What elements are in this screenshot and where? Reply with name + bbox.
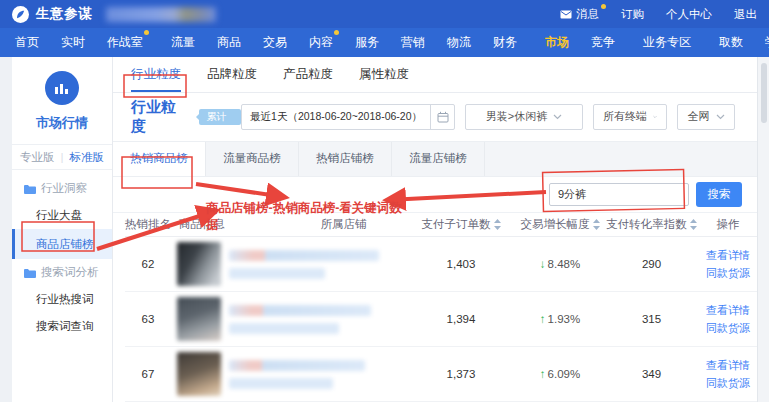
same-supply-link[interactable]: 同款货源 <box>706 266 750 281</box>
logo[interactable]: 生意参谋 <box>12 5 92 23</box>
nav-label: 内容 <box>309 35 333 49</box>
date-range-picker[interactable]: 最近1天（2018-06-20~2018-06-20） <box>241 104 455 130</box>
growth-arrow: ↓ <box>540 258 546 270</box>
sidebar-item-hot-search-words[interactable]: 行业热搜词 <box>12 286 112 313</box>
rank-value: 63 <box>125 313 171 325</box>
tab-brand-granularity[interactable]: 品牌粒度 <box>207 57 257 92</box>
col-rank: 热销排名 <box>125 217 171 232</box>
product-cell <box>171 297 281 341</box>
col-growth[interactable]: 交易增长幅度 <box>516 217 604 232</box>
tab-industry-granularity[interactable]: 行业粒度 <box>131 57 181 92</box>
sort-icon[interactable] <box>593 219 600 230</box>
logout-link[interactable]: 退出 <box>734 7 757 22</box>
terminal-value: 所有终端 <box>603 109 647 124</box>
col-actions: 操作 <box>699 217 757 232</box>
tab-professional[interactable]: 专业版 <box>20 150 55 165</box>
category-select[interactable]: 男装>休闲裤 <box>465 104 583 130</box>
scrollbar[interactable] <box>761 63 767 123</box>
nav-item-services[interactable]: 服务 <box>344 34 390 51</box>
tab-divider: | <box>61 151 64 163</box>
sidebar-item-industry-overview[interactable]: 行业大盘 <box>12 202 112 229</box>
index-value: 349 <box>604 368 699 380</box>
growth-arrow: ↑ <box>540 368 546 380</box>
notification-dot <box>601 4 606 9</box>
scope-select[interactable]: 全网 <box>677 104 735 130</box>
messages-label: 消息 <box>576 7 599 22</box>
view-details-link[interactable]: 查看详情 <box>706 248 750 263</box>
sort-icon[interactable] <box>494 219 501 230</box>
ranking-table: 热销排名 商品信息 所属店铺 支付子订单数 交易增长幅度 支付转化率指数 操作 … <box>125 213 757 402</box>
right-gutter <box>757 57 769 402</box>
col-conversion-index[interactable]: 支付转化率指数 <box>604 217 699 232</box>
table-header: 热销排名 商品信息 所属店铺 支付子订单数 交易增长幅度 支付转化率指数 操作 <box>125 213 757 237</box>
sort-icon[interactable] <box>690 219 697 230</box>
nav-item-traffic[interactable]: 流量 <box>160 34 206 51</box>
view-details-link[interactable]: 查看详情 <box>706 303 750 318</box>
header-label: 支付子订单数 <box>422 217 491 232</box>
orders-value: 1,373 <box>406 368 516 380</box>
col-shop: 所属店铺 <box>281 217 406 232</box>
nav-item-war-room[interactable]: 作战室 <box>96 34 154 51</box>
product-cell <box>171 352 281 396</box>
product-thumbnail <box>177 297 221 341</box>
sidebar: 市场行情 专业版 | 标准版 行业洞察 行业大盘 商品店铺榜 搜索词分析 行业热… <box>12 57 113 402</box>
header-label: 支付转化率指数 <box>606 217 687 232</box>
tab-product-granularity[interactable]: 产品粒度 <box>283 57 333 92</box>
left-gutter <box>0 57 12 402</box>
nav-item-marketing[interactable]: 营销 <box>390 34 436 51</box>
view-details-link[interactable]: 查看详情 <box>706 358 750 373</box>
orders-value: 1,394 <box>406 313 516 325</box>
col-paid-suborders[interactable]: 支付子订单数 <box>406 217 516 232</box>
logo-icon <box>12 6 29 23</box>
search-row: 搜索 <box>113 177 757 213</box>
sidebar-menu: 行业洞察 行业大盘 商品店铺榜 搜索词分析 行业热搜词 搜索词查询 <box>12 170 112 340</box>
tab-traffic-product-ranking[interactable]: 流量商品榜 <box>206 142 299 176</box>
redacted-shop-name <box>106 7 216 22</box>
nav-item-realtime[interactable]: 实时 <box>50 34 96 51</box>
tab-attribute-granularity[interactable]: 属性粒度 <box>359 57 409 92</box>
nav-item-content[interactable]: 内容 <box>298 34 344 51</box>
sidebar-item-product-shop-ranking[interactable]: 商品店铺榜 <box>12 229 112 259</box>
nav-item-logistics[interactable]: 物流 <box>436 34 482 51</box>
order-link[interactable]: 订购 <box>621 7 644 22</box>
main-content: 行业粒度 品牌粒度 产品粒度 属性粒度 行业粒度 累计值 最近1天（2018-0… <box>113 57 757 402</box>
nav-label: 作战室 <box>107 35 143 49</box>
nav-item-finance[interactable]: 财务 <box>482 34 528 51</box>
ranking-subtabs: 热销商品榜 流量商品榜 热销店铺榜 流量店铺榜 <box>113 141 757 177</box>
sidebar-item-label: 搜索词分析 <box>41 265 99 280</box>
tab-hot-shop-ranking[interactable]: 热销店铺榜 <box>299 142 392 176</box>
search-input[interactable] <box>549 183 689 206</box>
nav-item-competition[interactable]: 竞争 <box>580 34 626 51</box>
terminal-select[interactable]: 所有终端 <box>593 104 667 130</box>
nav-item-products[interactable]: 商品 <box>206 34 252 51</box>
nav-item-data-fetch[interactable]: 取数 <box>708 34 754 51</box>
nav-item-trade[interactable]: 交易 <box>252 34 298 51</box>
cumulative-value-badge: 累计值 <box>199 109 241 125</box>
actions-cell: 查看详情同款货源 <box>699 358 757 391</box>
same-supply-link[interactable]: 同款货源 <box>706 376 750 391</box>
tab-traffic-shop-ranking[interactable]: 流量店铺榜 <box>392 142 485 176</box>
folder-icon <box>24 184 36 194</box>
messages-link[interactable]: 消息 <box>560 7 599 22</box>
same-supply-link[interactable]: 同款货源 <box>706 321 750 336</box>
tab-hot-product-ranking[interactable]: 热销商品榜 <box>113 142 206 176</box>
chevron-down-icon <box>653 114 657 120</box>
nav-item-market[interactable]: 市场 <box>534 34 580 51</box>
sidebar-item-search-analysis[interactable]: 搜索词分析 <box>12 259 112 286</box>
notification-dot <box>334 30 339 35</box>
orders-value: 1,403 <box>406 258 516 270</box>
nav-item-academy[interactable]: 学院 <box>754 34 769 51</box>
tab-standard[interactable]: 标准版 <box>70 150 105 165</box>
nav-item-business-zone[interactable]: 业务专区 <box>632 34 702 51</box>
personal-center-link[interactable]: 个人中心 <box>666 7 712 22</box>
brand-name: 生意参谋 <box>36 5 92 23</box>
search-button[interactable]: 搜索 <box>696 182 742 207</box>
category-value: 男装>休闲裤 <box>486 109 547 124</box>
calendar-icon[interactable] <box>430 105 454 129</box>
growth-value: 1.93% <box>548 313 581 325</box>
nav-item-home[interactable]: 首页 <box>4 34 50 51</box>
sidebar-item-search-word-query[interactable]: 搜索词查询 <box>12 313 112 340</box>
sidebar-item-industry-insight[interactable]: 行业洞察 <box>12 175 112 202</box>
actions-cell: 查看详情同款货源 <box>699 303 757 336</box>
sidebar-title: 市场行情 <box>12 114 112 132</box>
